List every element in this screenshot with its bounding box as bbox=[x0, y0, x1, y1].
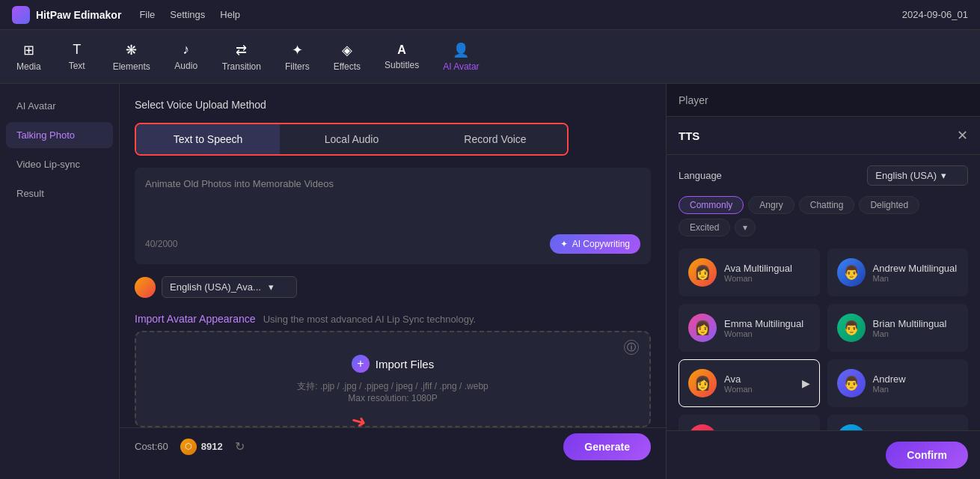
sidebar-item-talking-photo[interactable]: Talking Photo bbox=[6, 122, 113, 148]
menu-bar: File Settings Help bbox=[139, 9, 901, 20]
tab-local-audio[interactable]: Local Audio bbox=[280, 124, 423, 154]
voice-name-andrew: Andrew bbox=[873, 373, 959, 385]
voice-type-andrew: Man bbox=[873, 385, 959, 394]
title-bar: HitPaw Edimakor File Settings Help 2024-… bbox=[0, 0, 980, 30]
mood-tag-delighted[interactable]: Delighted bbox=[859, 196, 919, 214]
refresh-icon[interactable]: ↻ bbox=[235, 439, 245, 454]
voice-card-emma-multilingual[interactable]: 👩 Emma Multilingual Woman bbox=[679, 304, 820, 352]
char-count: 40/2000 bbox=[145, 239, 177, 249]
confirm-button[interactable]: Confirm bbox=[886, 442, 968, 469]
voice-avatar-ava: 👩 bbox=[688, 369, 717, 397]
voice-type-ava-multilingual: Woman bbox=[724, 274, 810, 283]
toolbar-effects[interactable]: ◈ Effects bbox=[323, 36, 371, 78]
sidebar-item-video-lip-sync[interactable]: Video Lip-sync bbox=[6, 151, 113, 177]
text-hint: Animate Old Photos into Memorable Videos bbox=[145, 178, 640, 189]
voice-card-emma[interactable]: 👩 Emma Woman bbox=[679, 415, 820, 430]
audio-icon: ♪ bbox=[183, 42, 189, 58]
selected-voice-avatar bbox=[135, 277, 156, 298]
text-input-area: Animate Old Photos into Memorable Videos… bbox=[135, 168, 651, 264]
sidebar-item-result[interactable]: Result bbox=[6, 180, 113, 207]
app-logo: HitPaw Edimakor bbox=[12, 6, 121, 24]
voice-name-brian: Brian bbox=[873, 429, 959, 431]
voice-name-brian-multilingual: Brian Multilingual bbox=[873, 318, 959, 329]
toolbar-audio[interactable]: ♪ Audio bbox=[164, 36, 209, 77]
toolbar-text-label: Text bbox=[69, 61, 85, 71]
elements-icon: ❋ bbox=[126, 42, 137, 58]
tab-text-to-speech[interactable]: Text to Speech bbox=[136, 124, 280, 154]
text-icon: T bbox=[73, 42, 81, 58]
language-chevron-icon: ▾ bbox=[941, 170, 946, 181]
sidebar: AI Avatar Talking Photo Video Lip-sync R… bbox=[0, 84, 120, 479]
player-area: Player bbox=[667, 84, 980, 117]
main-layout: AI Avatar Talking Photo Video Lip-sync R… bbox=[0, 84, 980, 479]
mood-tag-commonly[interactable]: Commonly bbox=[679, 196, 744, 214]
voice-card-andrew-multilingual[interactable]: 👨 Andrew Multilingual Man bbox=[827, 248, 969, 296]
effects-icon: ◈ bbox=[342, 42, 352, 58]
voice-name-ava: Ava bbox=[724, 373, 794, 385]
ai-copywriting-button[interactable]: ✦ AI Copywriting bbox=[550, 234, 640, 254]
voice-avatar-brian: 👨 bbox=[837, 424, 866, 430]
import-files-button[interactable]: + Import Files bbox=[352, 355, 434, 373]
toolbar-transition[interactable]: ⇄ Transition bbox=[212, 36, 272, 78]
content-area: Select Voice Upload Method Text to Speec… bbox=[120, 84, 666, 479]
generate-button[interactable]: Generate bbox=[563, 433, 651, 460]
voice-avatar-emma: 👩 bbox=[688, 424, 717, 430]
close-icon[interactable]: ✕ bbox=[957, 127, 968, 144]
language-row: Language English (USA) ▾ bbox=[679, 165, 968, 186]
voice-name-ava-multilingual: Ava Multilingual bbox=[724, 263, 810, 274]
voice-avatar-ava-multilingual: 👩 bbox=[688, 258, 717, 287]
language-select[interactable]: English (USA) ▾ bbox=[867, 165, 968, 186]
menu-help[interactable]: Help bbox=[220, 9, 240, 20]
voice-dropdown[interactable]: English (USA)_Ava... ▾ bbox=[162, 276, 297, 298]
voice-card-ava[interactable]: 👩 Ava Woman ▶ bbox=[679, 359, 820, 407]
voice-avatar-andrew-multilingual: 👨 bbox=[837, 258, 866, 287]
toolbar-elements[interactable]: ❋ Elements bbox=[102, 36, 161, 78]
toolbar-subtitles-label: Subtitles bbox=[385, 60, 419, 70]
language-label: Language bbox=[679, 170, 722, 181]
toolbar-transition-label: Transition bbox=[222, 61, 261, 72]
sidebar-item-ai-avatar[interactable]: AI Avatar bbox=[6, 93, 113, 119]
mood-tag-more[interactable]: ▾ bbox=[735, 219, 756, 237]
voice-selector-row: English (USA)_Ava... ▾ bbox=[135, 276, 651, 298]
import-section-subtitle: Using the most advanced AI Lip Sync tech… bbox=[263, 314, 476, 325]
text-area-footer: 40/2000 ✦ AI Copywriting bbox=[145, 234, 640, 254]
voice-tabs: Text to Speech Local Audio Record Voice bbox=[135, 123, 569, 156]
toolbar-media[interactable]: ⊞ Media bbox=[6, 36, 52, 78]
toolbar-audio-label: Audio bbox=[174, 61, 197, 71]
import-section-title: Import Avatar Appearance Using the most … bbox=[135, 313, 651, 325]
ai-avatar-icon: 👤 bbox=[453, 42, 469, 58]
dropdown-chevron-icon: ▾ bbox=[269, 281, 274, 293]
toolbar-media-label: Media bbox=[16, 61, 41, 72]
menu-settings[interactable]: Settings bbox=[170, 9, 205, 20]
mood-tag-angry[interactable]: Angry bbox=[748, 196, 794, 214]
filters-icon: ✦ bbox=[292, 42, 303, 58]
toolbar-effects-label: Effects bbox=[334, 61, 361, 72]
info-icon[interactable]: ⓘ bbox=[624, 340, 639, 355]
media-icon: ⊞ bbox=[23, 42, 34, 58]
voice-card-brian[interactable]: 👨 Brian Man bbox=[827, 415, 969, 430]
tab-record-voice[interactable]: Record Voice bbox=[423, 124, 567, 154]
voice-avatar-andrew: 👨 bbox=[837, 369, 866, 397]
confirm-area: Confirm bbox=[667, 430, 980, 479]
import-dropzone[interactable]: ⓘ + Import Files 支持: .pjp / .jpg / .pjpe… bbox=[135, 331, 651, 427]
toolbar-subtitles[interactable]: A Subtitles bbox=[374, 37, 429, 76]
mood-tag-chatting[interactable]: Chatting bbox=[799, 196, 855, 214]
toolbar-filters-label: Filters bbox=[285, 61, 310, 72]
voice-card-ava-multilingual[interactable]: 👩 Ava Multilingual Woman bbox=[679, 248, 820, 296]
player-label: Player bbox=[679, 94, 708, 106]
toolbar-text[interactable]: T Text bbox=[55, 36, 99, 77]
toolbar: ⊞ Media T Text ❋ Elements ♪ Audio ⇄ Tran… bbox=[0, 30, 980, 84]
toolbar-ai-avatar[interactable]: 👤 AI Avatar bbox=[432, 36, 489, 78]
voice-card-brian-multilingual[interactable]: 👨 Brian Multilingual Man bbox=[827, 304, 969, 352]
voice-card-andrew[interactable]: 👨 Andrew Man bbox=[827, 359, 969, 407]
voice-name-emma: Emma bbox=[724, 429, 810, 431]
voice-avatar-emma-multilingual: 👩 bbox=[688, 314, 717, 342]
coin-badge: ⬡ 8912 bbox=[180, 439, 223, 455]
play-icon[interactable]: ▶ bbox=[802, 377, 810, 389]
mood-tags: Commonly Angry Chatting Delighted Excite… bbox=[679, 196, 968, 237]
toolbar-filters[interactable]: ✦ Filters bbox=[275, 36, 320, 78]
voice-type-ava: Woman bbox=[724, 385, 794, 394]
menu-file[interactable]: File bbox=[139, 9, 155, 20]
bottom-bar: Cost:60 ⬡ 8912 ↻ Generate ➜ bbox=[120, 427, 666, 465]
mood-tag-excited[interactable]: Excited bbox=[679, 219, 730, 237]
